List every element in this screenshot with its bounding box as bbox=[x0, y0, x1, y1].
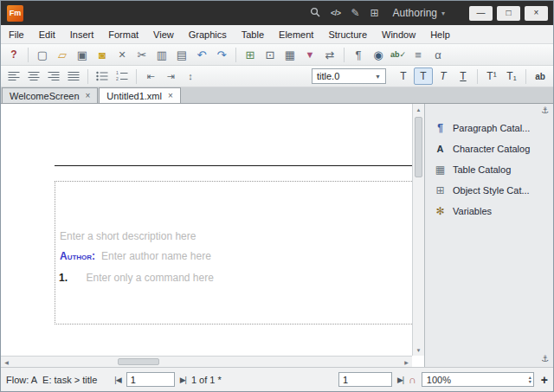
menu-format[interactable]: Format bbox=[108, 29, 138, 40]
app-logo[interactable]: Fm bbox=[7, 5, 23, 22]
panel-item-table-catalog[interactable]: ▦ Table Catalog bbox=[425, 159, 553, 180]
undo-icon[interactable]: ↶ bbox=[192, 46, 211, 63]
italic-button[interactable]: T bbox=[434, 67, 453, 85]
add-button[interactable]: + bbox=[541, 373, 548, 387]
quick-element-icon[interactable]: ⊞ bbox=[241, 46, 260, 63]
close-icon[interactable]: × bbox=[86, 91, 91, 100]
smallcaps-button[interactable]: ab bbox=[531, 67, 550, 85]
svg-text:2: 2 bbox=[116, 76, 119, 81]
close-icon[interactable]: × bbox=[168, 91, 173, 100]
new-document-icon[interactable]: ▢ bbox=[33, 46, 52, 63]
align-justify-icon[interactable] bbox=[64, 67, 83, 85]
delete-icon[interactable]: ✕ bbox=[113, 46, 132, 63]
paragraph-style-dropdown[interactable]: title.0 ▼ bbox=[312, 68, 386, 84]
maximize-button[interactable]: □ bbox=[497, 6, 520, 21]
horizontal-scrollbar[interactable]: ◀ ▶ bbox=[1, 356, 412, 367]
menu-graphics[interactable]: Graphics bbox=[189, 29, 227, 40]
panel-item-object-style-catalog[interactable]: ⊞ Object Style Cat... bbox=[425, 180, 553, 201]
scroll-up-icon[interactable]: ▲ bbox=[413, 104, 424, 115]
go-to-button[interactable]: ▶| bbox=[397, 376, 403, 384]
insert-table-icon[interactable]: ▦ bbox=[280, 46, 300, 63]
next-page-button[interactable]: ▶| bbox=[180, 376, 186, 384]
page-number-field[interactable] bbox=[126, 372, 175, 387]
paste-icon[interactable]: ▤ bbox=[172, 46, 191, 63]
zoom-decrease-icon[interactable]: ▾ bbox=[529, 380, 531, 384]
menu-window[interactable]: Window bbox=[382, 29, 416, 40]
plain-text-button[interactable]: T bbox=[394, 67, 413, 85]
element-path: E: task > title bbox=[42, 375, 97, 385]
minimize-button[interactable]: — bbox=[469, 6, 493, 21]
separator bbox=[525, 69, 526, 84]
indent-decrease-icon[interactable]: ⇤ bbox=[141, 67, 160, 85]
menu-insert[interactable]: Insert bbox=[70, 29, 94, 40]
paragraph-catalog-icon: ¶ bbox=[434, 122, 447, 134]
lock-icon[interactable]: ◙ bbox=[93, 46, 112, 63]
document-canvas[interactable]: Enter a short description here Author: E… bbox=[1, 104, 425, 367]
close-button[interactable]: × bbox=[525, 6, 548, 21]
panel-anchor-icon[interactable]: ⚓ bbox=[541, 354, 549, 363]
save-icon[interactable]: ▣ bbox=[73, 46, 92, 63]
find-icon[interactable]: ◉ bbox=[369, 46, 388, 63]
redo-icon[interactable]: ↷ bbox=[212, 46, 231, 63]
align-center-icon[interactable] bbox=[24, 67, 43, 85]
line-spacing-icon[interactable]: ↕ bbox=[181, 67, 200, 85]
panel-item-variables[interactable]: ✻ Variables bbox=[425, 201, 553, 222]
vertical-scroll-thumb[interactable] bbox=[415, 117, 422, 177]
menu-help[interactable]: Help bbox=[430, 29, 450, 40]
prev-page-button[interactable]: |◀ bbox=[114, 376, 120, 384]
marker-icon[interactable]: ▼ bbox=[300, 46, 319, 63]
line-number-field[interactable] bbox=[338, 372, 392, 387]
separator bbox=[344, 48, 345, 62]
horizontal-scroll-thumb[interactable] bbox=[118, 358, 159, 365]
separator bbox=[235, 48, 236, 62]
spell-check-icon[interactable]: ab✓ bbox=[389, 46, 408, 63]
panel-item-character-catalog[interactable]: A Character Catalog bbox=[425, 138, 553, 159]
author-label[interactable]: Author: bbox=[60, 250, 95, 262]
help-icon[interactable]: ? bbox=[4, 46, 23, 63]
bold-button[interactable]: T bbox=[414, 67, 433, 85]
author-placeholder[interactable]: Enter author name here bbox=[101, 250, 211, 262]
text-frame[interactable]: Enter a short description here Author: E… bbox=[55, 181, 414, 325]
character-palette-icon[interactable]: α bbox=[428, 46, 448, 63]
panel-item-label: Paragraph Catal... bbox=[453, 123, 530, 133]
zoom-control[interactable]: 100% ▴ ▾ bbox=[422, 372, 534, 387]
step-number[interactable]: 1. bbox=[59, 272, 68, 284]
scroll-down-icon[interactable]: ▼ bbox=[413, 344, 424, 356]
subscript-button[interactable]: T₁ bbox=[502, 67, 521, 85]
menu-structure[interactable]: Structure bbox=[328, 29, 367, 40]
cross-reference-icon[interactable]: ⇄ bbox=[320, 46, 339, 63]
panel-item-paragraph-catalog[interactable]: ¶ Paragraph Catal... bbox=[425, 118, 553, 138]
panel-anchor-icon[interactable]: ⚓ bbox=[541, 106, 549, 115]
tab-untitled1-xml[interactable]: Untitled1.xml × bbox=[99, 87, 180, 103]
menu-edit[interactable]: Edit bbox=[39, 29, 55, 40]
menu-table[interactable]: Table bbox=[242, 29, 264, 40]
tab-welcomescreen[interactable]: WelcomeScreen × bbox=[2, 87, 98, 103]
description-placeholder[interactable]: Enter a short description here bbox=[60, 230, 196, 242]
align-left-icon[interactable] bbox=[4, 67, 23, 85]
bullet-list-icon[interactable] bbox=[93, 67, 112, 85]
menu-file[interactable]: File bbox=[9, 29, 24, 40]
magnet-icon[interactable]: ∩ bbox=[409, 374, 416, 386]
command-placeholder[interactable]: Enter only a command here bbox=[86, 272, 213, 284]
menu-view[interactable]: View bbox=[153, 29, 174, 40]
review-pen-icon[interactable]: ✎ bbox=[351, 8, 359, 18]
pod-icon[interactable]: ⊞ bbox=[370, 8, 379, 18]
menu-element[interactable]: Element bbox=[279, 29, 313, 40]
code-view-icon[interactable]: </> bbox=[331, 10, 341, 17]
underline-button[interactable]: T bbox=[454, 67, 473, 85]
thesaurus-icon[interactable]: ≡ bbox=[409, 46, 428, 63]
panel-item-label: Character Catalog bbox=[453, 144, 530, 154]
paragraph-marks-icon[interactable]: ¶ bbox=[349, 46, 368, 63]
superscript-button[interactable]: T¹ bbox=[482, 67, 501, 85]
numbered-list-icon[interactable]: 12 bbox=[113, 67, 132, 85]
authoring-mode-dropdown[interactable]: Authoring ▾ bbox=[393, 7, 445, 19]
titlebar[interactable]: Fm </> ✎ ⊞ Authoring ▾ — □ × bbox=[1, 1, 553, 25]
copy-icon[interactable]: ▥ bbox=[152, 46, 171, 63]
search-icon[interactable] bbox=[310, 7, 320, 19]
vertical-scrollbar[interactable]: ▲ ▼ bbox=[412, 104, 424, 356]
align-right-icon[interactable] bbox=[44, 67, 63, 85]
indent-increase-icon[interactable]: ⇥ bbox=[161, 67, 180, 85]
open-folder-icon[interactable]: ▱ bbox=[53, 46, 72, 63]
anchored-frame-icon[interactable]: ⊡ bbox=[261, 46, 280, 63]
cut-icon[interactable]: ✂ bbox=[132, 46, 151, 63]
